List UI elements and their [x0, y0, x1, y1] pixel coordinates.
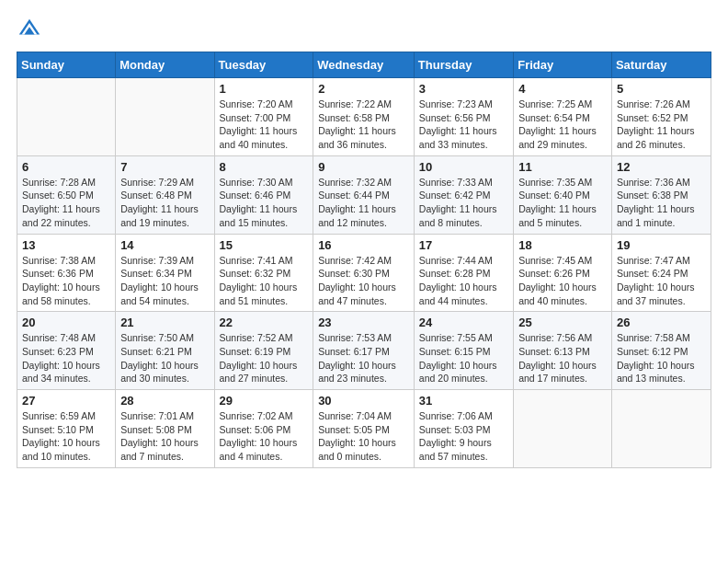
calendar-week-row: 27Sunrise: 6:59 AMSunset: 5:10 PMDayligh… [17, 390, 711, 468]
calendar-cell: 20Sunrise: 7:48 AMSunset: 6:23 PMDayligh… [17, 312, 116, 390]
calendar-cell: 28Sunrise: 7:01 AMSunset: 5:08 PMDayligh… [116, 390, 214, 468]
calendar-cell: 23Sunrise: 7:53 AMSunset: 6:17 PMDayligh… [313, 312, 415, 390]
day-number: 30 [318, 394, 409, 408]
day-info: Sunrise: 7:06 AMSunset: 5:03 PMDaylight:… [419, 409, 508, 464]
calendar-cell: 10Sunrise: 7:33 AMSunset: 6:42 PMDayligh… [414, 155, 513, 234]
day-number: 20 [22, 316, 110, 329]
calendar-cell [514, 390, 612, 468]
day-number: 22 [220, 316, 309, 329]
calendar-cell: 5Sunrise: 7:26 AMSunset: 6:52 PMDaylight… [611, 78, 711, 156]
calendar-cell: 9Sunrise: 7:32 AMSunset: 6:44 PMDaylight… [313, 155, 415, 234]
day-info: Sunrise: 7:42 AMSunset: 6:30 PMDaylight:… [318, 254, 409, 308]
day-number: 26 [617, 316, 706, 329]
day-number: 19 [617, 238, 706, 252]
day-number: 16 [318, 238, 409, 252]
day-number: 10 [419, 160, 508, 174]
calendar-table: SundayMondayTuesdayWednesdayThursdayFrid… [17, 52, 711, 468]
weekday-header-thursday: Thursday [414, 52, 513, 78]
day-info: Sunrise: 7:52 AMSunset: 6:19 PMDaylight:… [220, 331, 309, 385]
calendar-cell: 8Sunrise: 7:30 AMSunset: 6:46 PMDaylight… [214, 155, 313, 234]
day-number: 8 [220, 160, 309, 174]
calendar-cell: 16Sunrise: 7:42 AMSunset: 6:30 PMDayligh… [313, 234, 415, 312]
day-number: 5 [617, 82, 706, 96]
calendar-cell: 6Sunrise: 7:28 AMSunset: 6:50 PMDaylight… [17, 155, 116, 234]
day-number: 14 [120, 238, 209, 252]
day-number: 29 [220, 394, 309, 408]
day-info: Sunrise: 7:56 AMSunset: 6:13 PMDaylight:… [518, 331, 607, 385]
calendar-week-row: 13Sunrise: 7:38 AMSunset: 6:36 PMDayligh… [17, 234, 711, 312]
day-number: 23 [318, 316, 409, 329]
day-number: 18 [518, 238, 607, 252]
day-info: Sunrise: 7:02 AMSunset: 5:06 PMDaylight:… [220, 409, 309, 464]
calendar-cell: 12Sunrise: 7:36 AMSunset: 6:38 PMDayligh… [611, 155, 711, 234]
calendar-cell [17, 78, 116, 156]
calendar-cell: 7Sunrise: 7:29 AMSunset: 6:48 PMDaylight… [116, 155, 214, 234]
day-number: 3 [419, 82, 508, 96]
calendar-cell: 30Sunrise: 7:04 AMSunset: 5:05 PMDayligh… [313, 390, 415, 468]
calendar-cell [116, 78, 214, 156]
day-number: 9 [318, 160, 409, 174]
calendar-week-row: 1Sunrise: 7:20 AMSunset: 7:00 PMDaylight… [17, 78, 711, 156]
day-info: Sunrise: 7:48 AMSunset: 6:23 PMDaylight:… [22, 331, 110, 385]
day-number: 2 [318, 82, 409, 96]
calendar-cell: 11Sunrise: 7:35 AMSunset: 6:40 PMDayligh… [514, 155, 612, 234]
calendar-cell: 1Sunrise: 7:20 AMSunset: 7:00 PMDaylight… [214, 78, 313, 156]
day-info: Sunrise: 7:35 AMSunset: 6:40 PMDaylight:… [518, 176, 607, 230]
calendar-cell: 25Sunrise: 7:56 AMSunset: 6:13 PMDayligh… [514, 312, 612, 390]
weekday-header-wednesday: Wednesday [313, 52, 415, 78]
day-info: Sunrise: 7:23 AMSunset: 6:56 PMDaylight:… [419, 98, 508, 152]
day-info: Sunrise: 7:22 AMSunset: 6:58 PMDaylight:… [318, 98, 409, 152]
day-info: Sunrise: 7:36 AMSunset: 6:38 PMDaylight:… [617, 176, 706, 230]
calendar-cell: 22Sunrise: 7:52 AMSunset: 6:19 PMDayligh… [214, 312, 313, 390]
calendar-cell: 13Sunrise: 7:38 AMSunset: 6:36 PMDayligh… [17, 234, 116, 312]
calendar-cell [611, 390, 711, 468]
calendar-cell: 21Sunrise: 7:50 AMSunset: 6:21 PMDayligh… [116, 312, 214, 390]
page: SundayMondayTuesdayWednesdayThursdayFrid… [0, 0, 728, 563]
day-info: Sunrise: 7:25 AMSunset: 6:54 PMDaylight:… [518, 98, 607, 152]
day-number: 24 [419, 316, 508, 329]
day-info: Sunrise: 7:47 AMSunset: 6:24 PMDaylight:… [617, 254, 706, 308]
calendar-cell: 4Sunrise: 7:25 AMSunset: 6:54 PMDaylight… [514, 78, 612, 156]
day-number: 27 [22, 394, 110, 408]
day-info: Sunrise: 7:38 AMSunset: 6:36 PMDaylight:… [22, 254, 110, 308]
day-info: Sunrise: 7:58 AMSunset: 6:12 PMDaylight:… [617, 331, 706, 385]
weekday-header-saturday: Saturday [611, 52, 711, 78]
calendar-cell: 31Sunrise: 7:06 AMSunset: 5:03 PMDayligh… [414, 390, 513, 468]
weekday-header-friday: Friday [514, 52, 612, 78]
day-number: 11 [518, 160, 607, 174]
day-info: Sunrise: 7:45 AMSunset: 6:26 PMDaylight:… [518, 254, 607, 308]
day-number: 13 [22, 238, 110, 252]
calendar-cell: 18Sunrise: 7:45 AMSunset: 6:26 PMDayligh… [514, 234, 612, 312]
calendar-cell: 14Sunrise: 7:39 AMSunset: 6:34 PMDayligh… [116, 234, 214, 312]
calendar-cell: 15Sunrise: 7:41 AMSunset: 6:32 PMDayligh… [214, 234, 313, 312]
calendar-week-row: 6Sunrise: 7:28 AMSunset: 6:50 PMDaylight… [17, 155, 711, 234]
day-info: Sunrise: 7:30 AMSunset: 6:46 PMDaylight:… [220, 176, 309, 230]
calendar-cell: 3Sunrise: 7:23 AMSunset: 6:56 PMDaylight… [414, 78, 513, 156]
header [17, 17, 711, 42]
day-number: 1 [220, 82, 309, 96]
day-number: 12 [617, 160, 706, 174]
day-info: Sunrise: 7:04 AMSunset: 5:05 PMDaylight:… [318, 409, 409, 464]
day-number: 21 [120, 316, 209, 329]
day-info: Sunrise: 7:53 AMSunset: 6:17 PMDaylight:… [318, 331, 409, 385]
calendar-cell: 17Sunrise: 7:44 AMSunset: 6:28 PMDayligh… [414, 234, 513, 312]
day-info: Sunrise: 7:32 AMSunset: 6:44 PMDaylight:… [318, 176, 409, 230]
day-info: Sunrise: 7:29 AMSunset: 6:48 PMDaylight:… [120, 176, 209, 230]
day-number: 25 [518, 316, 607, 329]
calendar-cell: 29Sunrise: 7:02 AMSunset: 5:06 PMDayligh… [214, 390, 313, 468]
day-number: 6 [22, 160, 110, 174]
day-number: 4 [518, 82, 607, 96]
calendar-cell: 27Sunrise: 6:59 AMSunset: 5:10 PMDayligh… [17, 390, 116, 468]
day-info: Sunrise: 7:28 AMSunset: 6:50 PMDaylight:… [22, 176, 110, 230]
weekday-header-tuesday: Tuesday [214, 52, 313, 78]
calendar-week-row: 20Sunrise: 7:48 AMSunset: 6:23 PMDayligh… [17, 312, 711, 390]
day-number: 7 [120, 160, 209, 174]
day-info: Sunrise: 7:44 AMSunset: 6:28 PMDaylight:… [419, 254, 508, 308]
calendar-cell: 26Sunrise: 7:58 AMSunset: 6:12 PMDayligh… [611, 312, 711, 390]
calendar-cell: 2Sunrise: 7:22 AMSunset: 6:58 PMDaylight… [313, 78, 415, 156]
day-info: Sunrise: 7:50 AMSunset: 6:21 PMDaylight:… [120, 331, 209, 385]
day-number: 28 [120, 394, 209, 408]
day-info: Sunrise: 7:39 AMSunset: 6:34 PMDaylight:… [120, 254, 209, 308]
day-number: 31 [419, 394, 508, 408]
calendar-cell: 24Sunrise: 7:55 AMSunset: 6:15 PMDayligh… [414, 312, 513, 390]
